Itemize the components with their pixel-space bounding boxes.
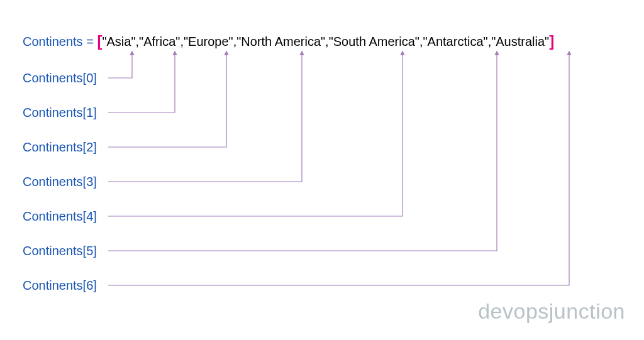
index-label-2: Continents[2] [23,140,97,155]
index-label-5: Continents[5] [23,244,97,258]
variable-name: Continents [23,35,83,48]
arrow-6 [108,53,569,285]
index-label-3: Continents[3] [23,175,97,189]
index-label-4: Continents[4] [23,209,97,224]
array-content: "Asia","Africa","Europe","North America"… [102,35,549,48]
arrow-3 [108,53,302,182]
arrow-5 [108,53,497,251]
index-label-1: Continents[1] [23,106,97,120]
close-bracket: ] [549,33,554,50]
index-label-6: Continents[6] [23,278,97,293]
arrow-2 [108,53,226,147]
arrow-0 [108,53,132,78]
index-label-0: Continents[0] [23,71,97,85]
array-declaration: Continents = ["Asia","Africa","Europe","… [23,33,554,50]
watermark: devopsjunction [478,299,625,324]
equals-sign: = [83,35,97,48]
arrow-4 [108,53,402,216]
arrow-1 [108,53,175,112]
